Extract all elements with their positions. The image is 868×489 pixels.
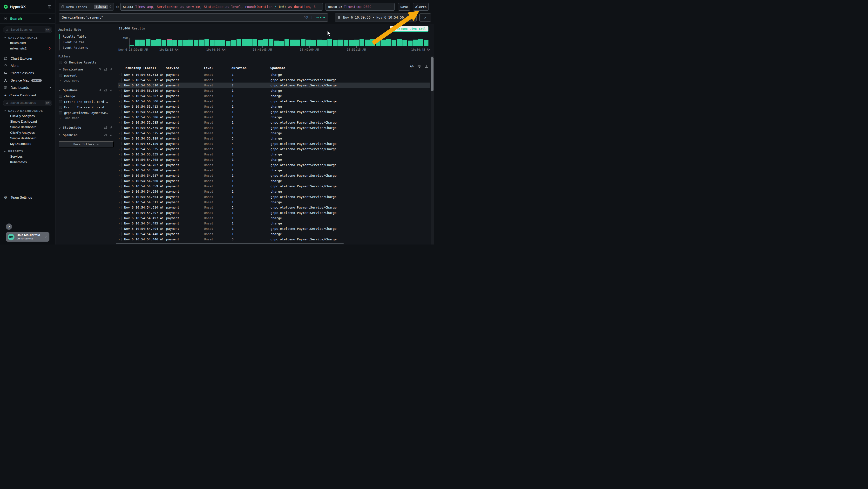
sidebar-item-team-settings[interactable]: ⚙ Team Settings	[3, 193, 52, 201]
histogram-bar[interactable]	[161, 40, 166, 46]
table-row[interactable]: ›Nov 6 10:54:56.507 AMpaymentUnset1charg…	[118, 93, 430, 98]
histogram-bar[interactable]	[397, 39, 402, 46]
row-expander[interactable]: ›	[118, 169, 124, 172]
sidebar-item-dashboard[interactable]: Simple dashboard	[3, 136, 52, 141]
filter-option[interactable]: Error: The credit card …	[58, 99, 114, 105]
table-row[interactable]: ›Nov 6 10:54:56.513 AMpaymentUnset1charg…	[118, 72, 430, 77]
row-expander[interactable]: ›	[118, 121, 124, 124]
filter-group-spankind[interactable]: SpanKind	[58, 133, 114, 137]
table-row[interactable]: ›Nov 6 10:54:54.408 AMpaymentUnset2grpc.…	[118, 242, 430, 242]
saved-search-item[interactable]: mikes tets2	[3, 46, 52, 51]
saved-dashboards-input[interactable]: Saved Dashboards ⌘K	[3, 100, 52, 106]
histogram-bar[interactable]	[199, 39, 204, 46]
mode-lucene-toggle[interactable]: Lucene	[315, 16, 325, 19]
table-row[interactable]: ›Nov 6 10:54:54.688 AMpaymentUnset1charg…	[118, 168, 430, 173]
filter-checkbox[interactable]	[59, 74, 62, 77]
histogram-bar[interactable]	[151, 40, 156, 46]
drag-handle-icon[interactable]	[200, 66, 203, 69]
table-row[interactable]: ›Nov 6 10:54:55.375 AMpaymentUnset1charg…	[118, 130, 430, 136]
row-expander[interactable]: ›	[118, 238, 124, 241]
filter-checkbox[interactable]	[59, 100, 62, 103]
histogram-bar[interactable]	[279, 41, 284, 46]
table-row[interactable]: ›Nov 6 10:54:54.654 AMpaymentUnset1grpc.…	[118, 194, 430, 199]
table-row[interactable]: ›Nov 6 10:54:54.708 AMpaymentUnset1charg…	[118, 157, 430, 162]
histogram-bar[interactable]	[231, 40, 236, 46]
histogram-bar[interactable]	[301, 39, 306, 46]
histogram-bar[interactable]	[306, 39, 311, 46]
table-row[interactable]: ›Nov 6 10:54:55.413 AMpaymentUnset1charg…	[118, 104, 430, 109]
histogram-bar[interactable]	[311, 40, 316, 46]
search-icon[interactable]	[98, 89, 101, 92]
row-expander[interactable]: ›	[118, 164, 124, 167]
table-row[interactable]: ›Nov 6 10:54:54.660 AMpaymentUnset1charg…	[118, 178, 430, 183]
table-row[interactable]: ›Nov 6 10:54:54.654 AMpaymentUnset1charg…	[118, 189, 430, 194]
horizontal-scrollbar-thumb[interactable]	[116, 243, 344, 244]
table-row[interactable]: ›Nov 6 10:54:55.035 AMpaymentUnset1grpc.…	[118, 146, 430, 151]
histogram-bar[interactable]	[290, 39, 295, 46]
filter-option[interactable]: payment	[58, 73, 114, 78]
search-query-input[interactable]: ServiceName:"payment" SQL | Lucene	[59, 13, 328, 22]
pin-icon[interactable]	[110, 126, 113, 129]
histogram-bar[interactable]	[402, 40, 407, 46]
row-expander[interactable]: ›	[118, 110, 124, 113]
histogram-bar[interactable]	[146, 39, 151, 46]
row-expander[interactable]: ›	[118, 211, 124, 214]
histogram-bar[interactable]	[418, 39, 423, 46]
saved-searches-input[interactable]: Saved Searches ⌘K	[3, 27, 52, 33]
table-row[interactable]: ›Nov 6 10:54:56.510 AMpaymentUnset2grpc.…	[118, 83, 430, 88]
load-more-spanname[interactable]: › Load more	[58, 116, 114, 120]
filter-option[interactable]: Error: The credit card …	[58, 105, 114, 110]
histogram-bar[interactable]	[296, 39, 300, 46]
pin-icon[interactable]	[110, 89, 113, 92]
table-row[interactable]: ›Nov 6 10:54:54.497 AMpaymentUnset1charg…	[118, 215, 430, 221]
histogram-bar[interactable]	[333, 40, 338, 46]
table-row[interactable]: ›Nov 6 10:54:55.189 AMpaymentUnset3charg…	[118, 136, 430, 141]
sidebar-item-dashboard[interactable]: ClickPy Analytics	[3, 130, 52, 136]
sidebar-item-service-map[interactable]: Service Map BETA	[3, 77, 52, 84]
histogram-bar[interactable]	[220, 40, 225, 46]
row-expander[interactable]: ›	[118, 137, 124, 140]
sidebar-item-alerts[interactable]: Alerts	[3, 62, 52, 69]
row-expander[interactable]: ›	[118, 132, 124, 135]
table-row[interactable]: ›Nov 6 10:54:55.375 AMpaymentUnset1grpc.…	[118, 125, 430, 130]
histogram-bar[interactable]	[424, 40, 429, 46]
table-row[interactable]: ›Nov 6 10:54:56.510 AMpaymentUnset1charg…	[118, 88, 430, 93]
table-row[interactable]: ›Nov 6 10:54:54.446 AMpaymentUnset3grpc.…	[118, 236, 430, 242]
filter-option[interactable]: grpc.oteldemo.PaymentSe…	[58, 110, 114, 116]
histogram-bar[interactable]	[183, 40, 188, 46]
row-expander[interactable]: ›	[118, 158, 124, 161]
row-expander[interactable]: ›	[118, 153, 124, 156]
histogram-bar[interactable]	[317, 39, 322, 46]
histogram-bar[interactable]	[178, 40, 183, 46]
histogram-bar[interactable]	[173, 40, 177, 46]
bar-chart-icon[interactable]	[104, 126, 107, 129]
pin-icon[interactable]	[110, 68, 113, 71]
denoise-results-option[interactable]: Denoise Results	[59, 61, 114, 64]
histogram-bar[interactable]	[263, 39, 268, 46]
sidebar-item-preset[interactable]: Kubernetes	[3, 159, 52, 165]
search-icon[interactable]	[98, 68, 101, 71]
bar-chart-icon[interactable]	[104, 89, 107, 92]
filter-option[interactable]: charge	[58, 93, 114, 99]
denoise-checkbox[interactable]	[59, 61, 62, 64]
histogram-bar[interactable]	[344, 40, 348, 46]
histogram-bar[interactable]	[194, 40, 198, 46]
sql-select-editor[interactable]: SELECT Timestamp, ServiceName as service…	[120, 3, 323, 10]
table-row[interactable]: ›Nov 6 10:54:55.189 AMpaymentUnset4grpc.…	[118, 141, 430, 146]
filter-group-statuscode[interactable]: StatusCode	[58, 126, 114, 130]
tab-event-patterns[interactable]: Event Patterns	[59, 45, 114, 51]
help-button[interactable]: ?	[6, 224, 12, 230]
row-expander[interactable]: ›	[118, 126, 124, 130]
row-expander[interactable]: ›	[118, 79, 124, 82]
column-header-duration[interactable]: duration	[228, 66, 267, 70]
source-settings-gear-icon[interactable]: ⚙	[116, 5, 119, 9]
row-expander[interactable]: ›	[118, 217, 124, 220]
pin-icon[interactable]	[110, 134, 113, 137]
sidebar-item-dashboard[interactable]: My Dashboard	[3, 141, 52, 146]
table-row[interactable]: ›Nov 6 10:54:54.707 AMpaymentUnset1grpc.…	[118, 162, 430, 168]
filter-checkbox[interactable]	[59, 111, 62, 114]
sidebar-item-dashboards[interactable]: Dashboards	[3, 84, 52, 91]
table-row[interactable]: ›Nov 6 10:54:55.386 AMpaymentUnset1charg…	[118, 114, 430, 120]
row-expander[interactable]: ›	[118, 201, 124, 204]
table-row[interactable]: ›Nov 6 10:54:56.512 AMpaymentUnset1grpc.…	[118, 77, 430, 83]
